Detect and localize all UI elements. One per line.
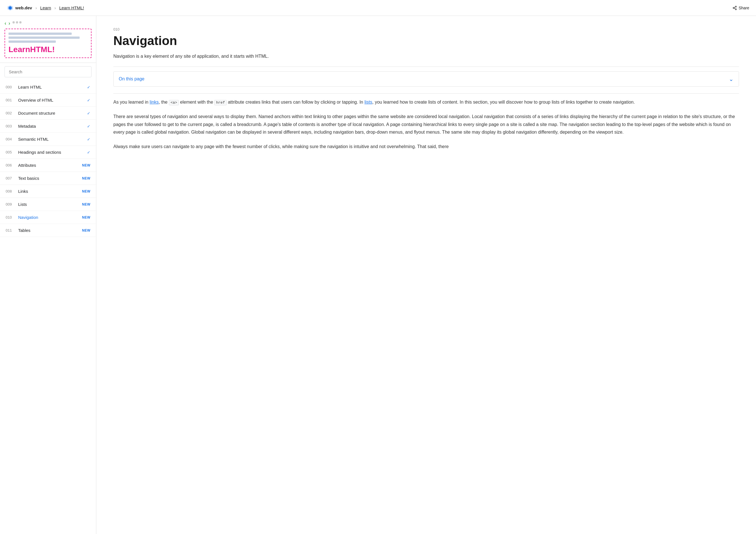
para1-code-href: href bbox=[214, 100, 227, 105]
breadcrumb-learn[interactable]: Learn bbox=[40, 5, 51, 10]
nav-item-new-badge-009: NEW bbox=[82, 202, 91, 206]
breadcrumb: web.dev › Learn › Learn HTML! bbox=[7, 5, 84, 11]
nav-item-008[interactable]: 008LinksNEW bbox=[0, 185, 96, 198]
share-label: Share bbox=[739, 6, 749, 10]
nav-back-icon[interactable]: ‹ bbox=[5, 20, 6, 26]
nav-item-003[interactable]: 003Metadata✓ bbox=[0, 120, 96, 133]
nav-item-new-badge-008: NEW bbox=[82, 190, 91, 193]
search-input-wrap bbox=[5, 66, 92, 77]
nav-item-005[interactable]: 005Headings and sections✓ bbox=[0, 146, 96, 159]
nav-list: 000Learn HTML✓001Overview of HTML✓002Doc… bbox=[0, 81, 96, 237]
nav-item-label-004: Semantic HTML bbox=[18, 137, 49, 141]
nav-item-check-003: ✓ bbox=[87, 124, 91, 129]
nav-item-009[interactable]: 009ListsNEW bbox=[0, 198, 96, 211]
main-layout: ‹ › LearnHTML! bbox=[0, 16, 756, 534]
nav-item-label-005: Headings and sections bbox=[18, 150, 61, 155]
nav-item-num-008: 008 bbox=[6, 189, 14, 193]
breadcrumb-sep-1: › bbox=[36, 6, 37, 10]
nav-item-left-001: 001Overview of HTML bbox=[6, 98, 53, 103]
chevron-down-icon: ⌄ bbox=[729, 76, 734, 82]
search-container bbox=[0, 63, 96, 81]
sidebar-title-colored: HTML! bbox=[30, 45, 55, 54]
nav-item-label-003: Metadata bbox=[18, 124, 36, 129]
nav-item-left-005: 005Headings and sections bbox=[6, 150, 61, 155]
body-paragraph-1: As you learned in links, the <a> element… bbox=[113, 98, 739, 106]
nav-item-label-000: Learn HTML bbox=[18, 85, 42, 89]
window-chrome bbox=[13, 21, 21, 23]
nav-item-label-007: Text basics bbox=[18, 176, 39, 181]
para1-text-2: , the bbox=[159, 100, 169, 105]
svg-point-5 bbox=[735, 9, 737, 10]
window-dot-2 bbox=[16, 21, 18, 23]
on-this-page-toggle[interactable]: On this page ⌄ bbox=[113, 71, 739, 87]
sidebar-title: LearnHTML! bbox=[9, 45, 88, 54]
share-button[interactable]: Share bbox=[733, 6, 749, 10]
nav-item-num-004: 004 bbox=[6, 137, 14, 141]
preview-line-2 bbox=[9, 37, 80, 39]
divider-1 bbox=[113, 66, 739, 67]
svg-point-4 bbox=[733, 7, 734, 9]
nav-item-label-006: Attributes bbox=[18, 163, 36, 167]
nav-item-check-001: ✓ bbox=[87, 98, 91, 103]
para1-text-3: element with the bbox=[179, 100, 214, 105]
page-title: Navigation bbox=[113, 34, 739, 48]
nav-item-006[interactable]: 006AttributesNEW bbox=[0, 159, 96, 172]
breadcrumb-learn-html[interactable]: Learn HTML! bbox=[59, 5, 84, 10]
nav-item-num-007: 007 bbox=[6, 176, 14, 180]
nav-item-left-011: 011Tables bbox=[6, 228, 30, 233]
window-dot-3 bbox=[19, 21, 21, 23]
nav-item-left-004: 004Semantic HTML bbox=[6, 137, 49, 141]
nav-item-left-003: 003Metadata bbox=[6, 124, 36, 129]
nav-item-001[interactable]: 001Overview of HTML✓ bbox=[0, 94, 96, 107]
nav-item-010[interactable]: 010NavigationNEW bbox=[0, 211, 96, 224]
nav-item-004[interactable]: 004Semantic HTML✓ bbox=[0, 133, 96, 146]
nav-item-000[interactable]: 000Learn HTML✓ bbox=[0, 81, 96, 94]
nav-item-num-011: 011 bbox=[6, 228, 14, 233]
para1-text-5: , you learned how to create lists of con… bbox=[372, 100, 635, 105]
nav-item-left-009: 009Lists bbox=[6, 202, 27, 207]
preview-line-3 bbox=[9, 40, 56, 43]
logo-text: web.dev bbox=[15, 5, 32, 10]
sidebar: ‹ › LearnHTML! bbox=[0, 16, 96, 534]
on-this-page-label: On this page bbox=[119, 76, 145, 82]
nav-item-num-002: 002 bbox=[6, 111, 14, 115]
para1-link-lists[interactable]: lists bbox=[364, 100, 372, 105]
nav-item-new-badge-007: NEW bbox=[82, 176, 91, 180]
nav-item-011[interactable]: 011TablesNEW bbox=[0, 224, 96, 237]
nav-item-left-000: 000Learn HTML bbox=[6, 85, 42, 89]
webdev-logo-icon bbox=[7, 5, 14, 11]
nav-item-label-009: Lists bbox=[18, 202, 27, 207]
content-subtitle: Navigation is a key element of any site … bbox=[113, 53, 739, 60]
svg-line-7 bbox=[734, 7, 735, 8]
nav-item-check-004: ✓ bbox=[87, 137, 91, 141]
webdev-logo[interactable]: web.dev bbox=[7, 5, 32, 11]
body-paragraph-2: There are several types of navigation an… bbox=[113, 113, 739, 136]
sidebar-title-plain: Learn bbox=[9, 45, 30, 54]
preview-line-1 bbox=[9, 33, 72, 35]
nav-item-label-008: Links bbox=[18, 189, 28, 194]
nav-item-label-010: Navigation bbox=[18, 215, 38, 220]
top-navigation: web.dev › Learn › Learn HTML! Share bbox=[0, 0, 756, 16]
nav-item-label-001: Overview of HTML bbox=[18, 98, 53, 103]
window-dot-1 bbox=[13, 21, 15, 23]
nav-item-002[interactable]: 002Document structure✓ bbox=[0, 107, 96, 120]
nav-item-num-005: 005 bbox=[6, 150, 14, 154]
nav-forward-icon[interactable]: › bbox=[9, 20, 10, 26]
nav-item-007[interactable]: 007Text basicsNEW bbox=[0, 172, 96, 185]
nav-item-new-badge-010: NEW bbox=[82, 216, 91, 219]
para3-text: Always make sure users can navigate to a… bbox=[113, 144, 448, 149]
nav-item-num-001: 001 bbox=[6, 98, 14, 102]
content-number: 010 bbox=[113, 27, 739, 32]
share-icon bbox=[733, 6, 737, 10]
para1-text-1: As you learned in bbox=[113, 100, 149, 105]
search-input[interactable] bbox=[5, 66, 92, 77]
nav-item-num-000: 000 bbox=[6, 85, 14, 89]
svg-point-3 bbox=[735, 6, 737, 7]
nav-item-new-badge-011: NEW bbox=[82, 228, 91, 233]
sidebar-logo-area: ‹ › LearnHTML! bbox=[0, 16, 96, 63]
para1-link-links[interactable]: links bbox=[149, 100, 159, 105]
divider-2 bbox=[113, 93, 739, 94]
svg-line-6 bbox=[734, 8, 735, 9]
nav-item-num-003: 003 bbox=[6, 124, 14, 128]
nav-item-num-006: 006 bbox=[6, 163, 14, 167]
